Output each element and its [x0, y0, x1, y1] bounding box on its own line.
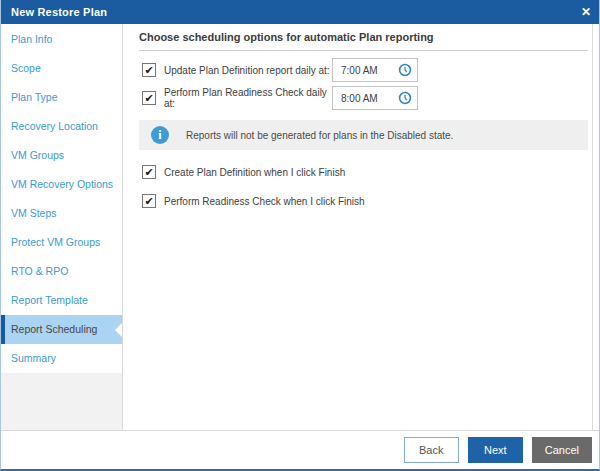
sidebar-item-recovery-location[interactable]: Recovery Location — [1, 112, 122, 141]
readiness-check-label: Perform Plan Readiness Check daily at: — [164, 87, 332, 109]
clock-icon[interactable] — [398, 91, 412, 105]
dialog-footer: Back Next Cancel — [1, 430, 599, 469]
sidebar-item-report-template[interactable]: Report Template — [1, 286, 122, 315]
close-icon[interactable]: ✕ — [581, 0, 591, 24]
create-plan-definition-label: Create Plan Definition when I click Fini… — [164, 167, 345, 178]
wizard-content: Choose scheduling options for automatic … — [123, 24, 593, 430]
sidebar-item-protect-vm-groups[interactable]: Protect VM Groups — [1, 228, 122, 257]
wizard-steps-list: Plan Info Scope Plan Type Recovery Locat… — [1, 24, 122, 373]
create-plan-definition-row: ✔ Create Plan Definition when I click Fi… — [142, 164, 588, 180]
check-icon: ✔ — [144, 92, 153, 104]
dialog-body: Plan Info Scope Plan Type Recovery Locat… — [1, 24, 599, 430]
update-time-input[interactable] — [333, 65, 393, 76]
check-icon: ✔ — [144, 166, 153, 178]
readiness-check-row: ✔ Perform Plan Readiness Check daily at: — [142, 86, 588, 110]
new-restore-plan-dialog: New Restore Plan ✕ Plan Info Scope Plan … — [0, 0, 600, 471]
info-banner: i Reports will not be generated for plan… — [139, 120, 588, 150]
info-icon: i — [151, 126, 169, 144]
finish-options: ✔ Create Plan Definition when I click Fi… — [139, 164, 588, 209]
sidebar-item-scope[interactable]: Scope — [1, 54, 122, 83]
wizard-steps-sidebar: Plan Info Scope Plan Type Recovery Locat… — [1, 24, 123, 430]
check-icon: ✔ — [144, 195, 153, 207]
update-plan-definition-checkbox[interactable]: ✔ — [142, 63, 156, 77]
sidebar-item-vm-steps[interactable]: VM Steps — [1, 199, 122, 228]
perform-readiness-check-row: ✔ Perform Readiness Check when I click F… — [142, 193, 588, 209]
update-time-field[interactable] — [332, 58, 418, 82]
sidebar-item-vm-recovery-options[interactable]: VM Recovery Options — [1, 170, 122, 199]
check-icon: ✔ — [144, 64, 153, 76]
sidebar-item-vm-groups[interactable]: VM Groups — [1, 141, 122, 170]
info-banner-text: Reports will not be generated for plans … — [186, 130, 453, 141]
schedule-options: ✔ Update Plan Definition report daily at… — [139, 58, 588, 110]
create-plan-definition-checkbox[interactable]: ✔ — [142, 165, 156, 179]
sidebar-item-summary[interactable]: Summary — [1, 344, 122, 373]
sidebar-item-report-scheduling[interactable]: Report Scheduling — [1, 315, 122, 344]
readiness-time-input[interactable] — [333, 93, 393, 104]
window-title: New Restore Plan — [11, 6, 107, 18]
update-plan-definition-row: ✔ Update Plan Definition report daily at… — [142, 58, 588, 82]
sidebar-item-plan-info[interactable]: Plan Info — [1, 25, 122, 54]
cancel-button[interactable]: Cancel — [532, 437, 592, 463]
next-button[interactable]: Next — [468, 437, 523, 463]
sidebar-item-rto-rpo[interactable]: RTO & RPO — [1, 257, 122, 286]
update-plan-definition-label: Update Plan Definition report daily at: — [164, 65, 332, 76]
perform-readiness-check-label: Perform Readiness Check when I click Fin… — [164, 196, 365, 207]
page-title: Choose scheduling options for automatic … — [139, 24, 588, 51]
titlebar: New Restore Plan ✕ — [1, 0, 599, 24]
sidebar-item-plan-type[interactable]: Plan Type — [1, 83, 122, 112]
back-button[interactable]: Back — [404, 437, 459, 463]
clock-icon[interactable] — [398, 63, 412, 77]
perform-readiness-check-checkbox[interactable]: ✔ — [142, 194, 156, 208]
readiness-check-checkbox[interactable]: ✔ — [142, 91, 156, 105]
readiness-time-field[interactable] — [332, 86, 418, 110]
